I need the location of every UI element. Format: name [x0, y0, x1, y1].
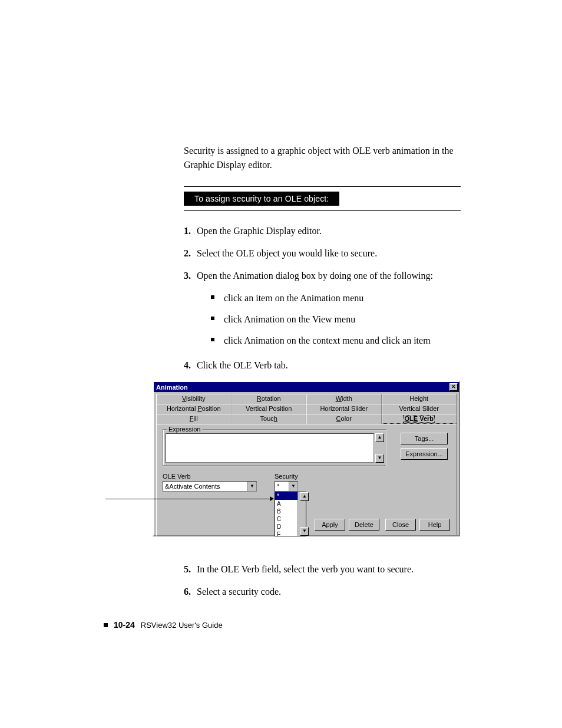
step-6: 6.Select a security code.: [197, 585, 461, 599]
section-heading: To assign security to an OLE object:: [184, 192, 339, 206]
dialog-titlebar[interactable]: Animation ✕: [154, 382, 459, 392]
tab-row-3: Fill Touch Color OLE Verb: [156, 414, 457, 424]
tab-touch[interactable]: Touch: [232, 414, 307, 424]
tab-ole-verb[interactable]: OLE Verb: [382, 414, 457, 424]
tab-horizontal-slider[interactable]: Horizontal Slider: [306, 404, 382, 414]
ole-verb-label: OLE Verb: [163, 473, 191, 480]
scroll-up-icon[interactable]: ▲: [300, 492, 309, 501]
expression-textarea[interactable]: [166, 433, 374, 463]
tab-height[interactable]: Height: [382, 394, 457, 404]
rule-bottom: [184, 210, 461, 211]
bullet-1: click an item on the Animation menu: [211, 291, 461, 305]
step-6-text: Select a security code.: [197, 587, 281, 597]
callout-line: [105, 499, 270, 499]
bullet-3: click Animation on the context menu and …: [211, 334, 461, 348]
expression-group: Expression ▲ ▼: [163, 429, 386, 466]
apply-button[interactable]: Apply: [315, 519, 345, 531]
step-3: 3.Open the Animation dialog box by doing…: [197, 269, 461, 283]
step-1-text: Open the Graphic Display editor.: [197, 226, 322, 236]
chevron-down-icon[interactable]: ▼: [289, 482, 297, 491]
bullet-2: click Animation on the View menu: [211, 312, 461, 327]
scroll-down-icon[interactable]: ▼: [300, 527, 309, 536]
tab-horizontal-position[interactable]: Horizontal Position: [156, 404, 232, 414]
close-button[interactable]: Close: [385, 519, 416, 531]
tab-pane-ole-verb: Expression ▲ ▼ Tags... Expression... OLE…: [156, 424, 457, 536]
page-number: 10-24: [114, 620, 135, 630]
tab-vertical-position[interactable]: Vertical Position: [232, 404, 307, 414]
step-2-text: Select the OLE object you would like to …: [197, 248, 377, 258]
step-1: 1.Open the Graphic Display editor.: [197, 224, 461, 238]
security-dropdown-list[interactable]: * A B C D E ▲ ▼: [275, 492, 306, 536]
help-button[interactable]: Help: [419, 519, 450, 531]
delete-button[interactable]: Delete: [349, 519, 379, 531]
tab-fill[interactable]: Fill: [156, 414, 232, 424]
step-4-text: Click the OLE Verb tab.: [197, 360, 288, 370]
tab-vertical-slider[interactable]: Vertical Slider: [382, 404, 457, 414]
chevron-down-icon[interactable]: ▼: [247, 482, 256, 491]
tab-row-2: Horizontal Position Vertical Position Ho…: [156, 404, 457, 414]
step-2: 2.Select the OLE object you would like t…: [197, 246, 461, 261]
tags-button[interactable]: Tags...: [401, 433, 448, 444]
scroll-up-icon[interactable]: ▲: [375, 433, 384, 442]
intro-paragraph: Security is assigned to a graphic object…: [184, 144, 461, 172]
callout-arrow-icon: [270, 496, 274, 501]
step-3-text: Open the Animation dialog box by doing o…: [197, 271, 433, 281]
step-5: 5.In the OLE Verb field, select the verb…: [197, 562, 461, 577]
book-title: RSView32 User's Guide: [141, 621, 223, 630]
expression-button[interactable]: Expression...: [401, 448, 448, 460]
tab-color[interactable]: Color: [306, 414, 382, 424]
page-footer: 10-24 RSView32 User's Guide: [104, 620, 223, 630]
animation-dialog: Animation ✕ Visibility Rotation Width He…: [153, 381, 460, 536]
security-value: *: [277, 483, 279, 490]
tab-visibility[interactable]: Visibility: [156, 394, 232, 404]
ole-verb-value: &Activate Contents: [165, 483, 220, 490]
step-3-bullets: click an item on the Animation menu clic…: [211, 291, 461, 348]
tab-row-1: Visibility Rotation Width Height: [156, 394, 457, 404]
expression-group-label: Expression: [167, 426, 202, 433]
step-4: 4.Click the OLE Verb tab.: [197, 358, 461, 373]
security-label: Security: [275, 473, 298, 480]
step-5-text: In the OLE Verb field, select the verb y…: [197, 564, 414, 574]
close-icon[interactable]: ✕: [449, 383, 458, 391]
scroll-down-icon[interactable]: ▼: [375, 454, 384, 463]
tab-width[interactable]: Width: [306, 394, 382, 404]
tab-rotation[interactable]: Rotation: [232, 394, 307, 404]
dialog-title: Animation: [156, 384, 188, 391]
ole-verb-combo[interactable]: &Activate Contents ▼: [163, 481, 257, 492]
security-combo[interactable]: * ▼: [275, 481, 298, 492]
rule-top: [184, 186, 461, 187]
